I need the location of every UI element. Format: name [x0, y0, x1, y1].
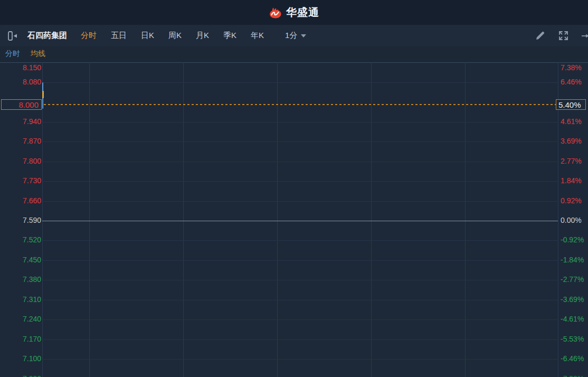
horizontal-gridline [42, 300, 558, 300]
tab-五日[interactable]: 五日 [111, 31, 127, 41]
horizontal-gridline [42, 82, 558, 83]
price-axis-label: 7.520 [23, 236, 41, 244]
percent-axis-label: 2.77% [561, 157, 582, 165]
price-axis-label: 7.100 [23, 355, 41, 363]
plot-left-border [42, 62, 43, 377]
horizontal-gridline [42, 201, 558, 202]
app-title: 华盛通 [286, 5, 319, 20]
avg-line [42, 91, 44, 98]
percent-axis-label: -2.77% [561, 276, 584, 284]
percent-axis-label: -5.53% [561, 335, 584, 343]
horizontal-gridline [42, 162, 558, 162]
vertical-gridline [277, 62, 278, 377]
horizontal-gridline [42, 319, 558, 320]
tab-年K[interactable]: 年K [251, 31, 264, 41]
panel-expand-icon[interactable] [581, 31, 588, 41]
price-axis-label: 7.310 [23, 296, 41, 304]
price-axis-label: 7.240 [23, 315, 41, 323]
vertical-gridline [89, 62, 90, 377]
percent-axis-label: 0.00% [561, 216, 582, 224]
chevron-down-icon [301, 34, 306, 37]
percent-axis-label: -3.69% [561, 296, 584, 304]
flame-logo-icon [269, 6, 282, 19]
app-brand: 华盛通 [269, 5, 319, 20]
tab-月K[interactable]: 月K [196, 31, 209, 41]
legend-item-avg-line[interactable]: 均线 [31, 49, 45, 59]
prev-close-line [42, 221, 558, 221]
horizontal-gridline [42, 142, 558, 142]
minute-chart[interactable]: 8.1507.38%8.0806.46%7.9404.61%7.8703.69%… [0, 61, 588, 377]
period-tabs: 分时五日日K周K月K季K年K [81, 31, 264, 41]
vertical-gridline [465, 62, 466, 377]
percent-axis-label: -1.84% [561, 256, 584, 264]
price-axis-label: 7.450 [23, 256, 41, 264]
legend-item-price-line[interactable]: 分时 [5, 49, 20, 59]
chart-toolbar: 石四药集团 分时五日日K周K月K季K年K 1分 [0, 25, 588, 46]
price-axis-label: 7.730 [23, 177, 41, 185]
toolbar-right-icons [535, 31, 588, 41]
vertical-gridline [183, 62, 184, 377]
current-price-box: 8.000 [1, 99, 42, 110]
top-title-bar: 华盛通 [0, 0, 588, 25]
percent-axis-label: -7.38% [561, 375, 584, 377]
kline-interval-selector[interactable]: 1分 [285, 31, 306, 41]
percent-axis-label: 0.92% [561, 197, 582, 205]
percent-axis-label: -4.61% [561, 315, 584, 323]
tab-季K[interactable]: 季K [223, 31, 236, 41]
price-axis-label: 8.150 [23, 64, 41, 72]
horizontal-gridline [42, 260, 558, 261]
price-axis-label: 7.030 [23, 375, 41, 377]
horizontal-gridline [42, 240, 558, 241]
percent-axis-label: -6.46% [561, 355, 584, 363]
price-axis-label: 8.080 [23, 78, 41, 86]
percent-axis-label: 7.38% [561, 64, 582, 72]
vertical-gridline [371, 62, 372, 377]
plot-top-border [0, 62, 588, 63]
stock-name: 石四药集团 [27, 31, 67, 41]
horizontal-gridline [42, 122, 558, 122]
tab-分时[interactable]: 分时 [81, 31, 97, 41]
percent-axis-label: 6.46% [561, 78, 582, 86]
price-axis-label: 7.800 [23, 157, 41, 165]
horizontal-gridline [42, 359, 558, 360]
percent-axis-label: 4.61% [561, 118, 582, 126]
percent-axis-label: 3.69% [561, 137, 582, 145]
tab-周K[interactable]: 周K [168, 31, 182, 41]
pencil-icon[interactable] [535, 31, 545, 41]
chart-legend-bar: 分时均线 [0, 46, 588, 61]
horizontal-gridline [42, 280, 558, 280]
current-change-box: 5.40% [556, 99, 586, 110]
price-axis-label: 7.660 [23, 197, 41, 205]
percent-axis-label: 1.84% [561, 177, 582, 185]
horizontal-gridline [42, 340, 558, 340]
tab-日K[interactable]: 日K [141, 31, 154, 41]
current-price-dotted-line [44, 104, 558, 105]
price-axis-label: 7.590 [23, 216, 41, 224]
percent-axis-label: -0.92% [561, 236, 584, 244]
price-axis-label: 7.380 [23, 276, 41, 284]
horizontal-gridline [42, 181, 558, 182]
fullscreen-icon[interactable] [558, 31, 568, 41]
kline-interval-label: 1分 [285, 31, 297, 41]
collapse-left-icon[interactable] [7, 31, 18, 41]
price-axis-label: 7.170 [23, 335, 41, 343]
price-axis-label: 7.940 [23, 118, 41, 126]
price-axis-label: 7.870 [23, 137, 41, 145]
